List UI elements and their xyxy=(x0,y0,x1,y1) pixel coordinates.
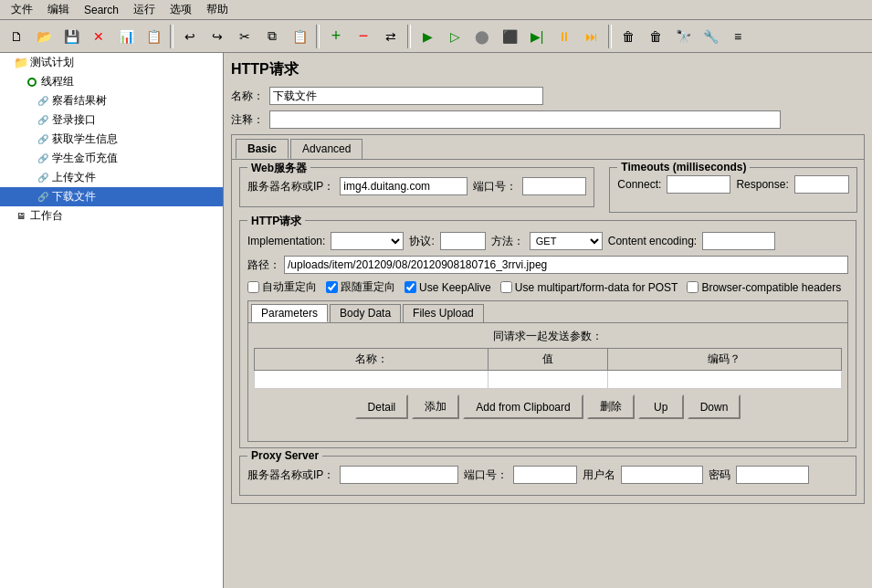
tree-item-workbench[interactable]: 🖥 工作台 xyxy=(0,206,223,226)
checkbox-multipart-text: Use multipart/form-data for POST xyxy=(515,281,678,294)
checkbox-browsercompat[interactable] xyxy=(687,281,699,293)
inner-tab-parameters[interactable]: Parameters xyxy=(251,304,328,322)
menu-file[interactable]: 文件 xyxy=(4,0,40,19)
port-input[interactable] xyxy=(522,177,586,195)
start-button[interactable]: ▶ xyxy=(415,24,440,49)
separator-4 xyxy=(608,25,612,48)
left-panel: 📁 测试计划 线程组 🔗 察看结果树 🔗 登录接口 🔗 获取学生信息 🔗 学生金… xyxy=(0,53,224,588)
checkbox-followredirect-text: 跟随重定向 xyxy=(341,279,395,295)
tree-label-workbench: 工作台 xyxy=(30,208,63,224)
save-button[interactable]: 💾 xyxy=(58,24,84,49)
pause-button[interactable]: ⏸ xyxy=(552,24,577,49)
response-input[interactable] xyxy=(794,175,849,194)
proxy-pass-input[interactable] xyxy=(736,466,809,484)
tree-label-recharge: 学生金币充值 xyxy=(52,151,118,166)
add-param-button[interactable]: 添加 xyxy=(412,394,459,419)
inner-tab-bodydata[interactable]: Body Data xyxy=(330,304,401,322)
tree-item-threadgroup[interactable]: 线程组 xyxy=(0,72,223,91)
circle-icon-threadgroup xyxy=(26,76,38,89)
remote-button[interactable]: ⇄ xyxy=(378,24,404,49)
path-row: 路径： xyxy=(247,256,848,274)
main-tab-container: Basic Advanced Web服务器 服务器名称或IP： 端口号： xyxy=(231,134,865,504)
new-button[interactable]: 🗋 xyxy=(4,24,29,49)
encoding-input[interactable] xyxy=(702,232,775,250)
menu-edit[interactable]: 编辑 xyxy=(40,0,77,19)
tab-basic[interactable]: Basic xyxy=(236,139,289,159)
protocol-input[interactable] xyxy=(440,232,486,250)
checkbox-autoredirect-label[interactable]: 自动重定向 xyxy=(247,279,317,295)
remove-button[interactable]: − xyxy=(351,24,376,49)
redo-button[interactable]: ↪ xyxy=(205,24,230,49)
tab-advanced[interactable]: Advanced xyxy=(290,139,362,159)
help-button[interactable]: 🔧 xyxy=(698,24,723,49)
checkbox-autoredirect[interactable] xyxy=(247,281,259,293)
table-row xyxy=(255,371,842,389)
impl-row: Implementation: 协议: 方法： GET POST PUT DEL… xyxy=(247,232,848,250)
delete-button[interactable]: 删除 xyxy=(587,394,635,419)
tree-item-testplan[interactable]: 📁 测试计划 xyxy=(0,53,223,72)
connect-input[interactable] xyxy=(667,175,730,194)
open-button[interactable]: 📂 xyxy=(31,24,57,49)
report-button[interactable]: 📋 xyxy=(141,24,166,49)
menu-options[interactable]: 选项 xyxy=(163,0,199,19)
cut-button[interactable]: ✂ xyxy=(232,24,257,49)
leaf-icon-4: 🔗 xyxy=(37,152,49,165)
comment-input[interactable] xyxy=(269,110,781,129)
add-clipboard-button[interactable]: Add from Clipboard xyxy=(463,394,583,419)
saveas-button[interactable]: 📊 xyxy=(113,24,139,49)
clear2-button[interactable]: 🗑 xyxy=(643,24,668,49)
search-button[interactable]: 🔭 xyxy=(670,24,696,49)
tree-label-resulttree: 察看结果树 xyxy=(52,93,107,109)
checkboxes-row: 自动重定向 跟随重定向 Use KeepAlive Use multi xyxy=(247,279,848,295)
paste-button[interactable]: 📋 xyxy=(287,24,312,49)
tree-item-resulttree[interactable]: 🔗 察看结果树 xyxy=(0,91,223,110)
close-button[interactable]: ✕ xyxy=(86,24,111,49)
checkbox-keepalive-text: Use KeepAlive xyxy=(419,281,491,294)
checkbox-multipart[interactable] xyxy=(500,281,512,293)
inner-tab-filesupload[interactable]: Files Upload xyxy=(403,304,484,322)
tree-item-recharge[interactable]: 🔗 学生金币充值 xyxy=(0,149,223,168)
copy-button[interactable]: ⧉ xyxy=(259,24,285,49)
method-select[interactable]: GET POST PUT DELETE xyxy=(530,232,603,250)
name-input[interactable] xyxy=(269,87,543,105)
proxy-row: 服务器名称或IP： 端口号： 用户名 密码 xyxy=(247,466,848,484)
checkbox-keepalive[interactable] xyxy=(404,281,416,293)
proxy-user-input[interactable] xyxy=(621,466,703,484)
menu-run[interactable]: 运行 xyxy=(126,0,163,19)
server-input[interactable] xyxy=(340,177,468,195)
stop-button[interactable]: ⬤ xyxy=(469,24,495,49)
web-server-group: Web服务器 服务器名称或IP： 端口号： xyxy=(239,167,594,207)
col-encode-header: 编码？ xyxy=(607,349,841,371)
proxy-port-input[interactable] xyxy=(513,466,577,484)
extra-button[interactable]: ≡ xyxy=(725,24,751,49)
stop2-button[interactable]: ⬛ xyxy=(497,24,522,49)
port-label: 端口号： xyxy=(473,179,517,194)
proxy-server-input[interactable] xyxy=(340,466,458,484)
send-params-label: 同请求一起发送参数： xyxy=(254,329,842,344)
checkbox-browsercompat-label[interactable]: Browser-compatible headers xyxy=(687,281,841,294)
checkbox-followredirect-label[interactable]: 跟随重定向 xyxy=(326,279,395,295)
start3-button[interactable]: ▶| xyxy=(524,24,550,49)
inner-tab-bar: Parameters Body Data Files Upload xyxy=(248,301,847,322)
checkbox-followredirect[interactable] xyxy=(326,281,338,293)
path-input[interactable] xyxy=(284,256,848,274)
undo-button[interactable]: ↩ xyxy=(177,24,203,49)
impl-select[interactable] xyxy=(331,232,404,250)
tree-item-upload[interactable]: 🔗 上传文件 xyxy=(0,168,223,187)
menu-help[interactable]: 帮助 xyxy=(199,0,236,19)
detail-button[interactable]: Detail xyxy=(355,394,409,419)
tree-item-download[interactable]: 🔗 下载文件 xyxy=(0,187,223,206)
step-button[interactable]: ⏭ xyxy=(579,24,604,49)
clear-button[interactable]: 🗑 xyxy=(615,24,641,49)
checkbox-multipart-label[interactable]: Use multipart/form-data for POST xyxy=(500,281,678,294)
start2-button[interactable]: ▷ xyxy=(442,24,468,49)
tree-item-getstudent[interactable]: 🔗 获取学生信息 xyxy=(0,130,223,149)
menu-search[interactable]: Search xyxy=(77,2,126,18)
checkbox-keepalive-label[interactable]: Use KeepAlive xyxy=(404,281,491,294)
up-button[interactable]: Up xyxy=(638,394,684,419)
down-button[interactable]: Down xyxy=(688,394,741,419)
tree-label-testplan: 测试计划 xyxy=(30,55,74,70)
tree-item-login[interactable]: 🔗 登录接口 xyxy=(0,110,223,130)
add-button[interactable]: + xyxy=(323,24,349,49)
proxy-user-label: 用户名 xyxy=(583,467,615,483)
